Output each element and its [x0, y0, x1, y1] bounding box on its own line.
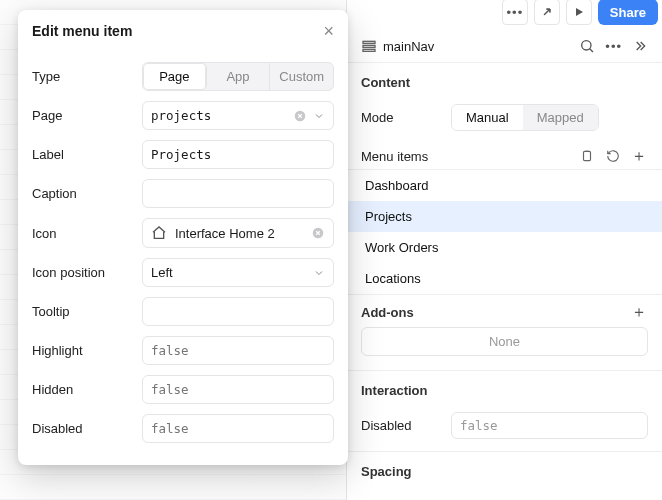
label-label: Label — [32, 147, 128, 162]
more-button[interactable]: ••• — [502, 0, 528, 25]
row-disabled: Disabled — [32, 414, 334, 443]
mode-segmented[interactable]: Manual Mapped — [451, 104, 599, 131]
page-select[interactable]: projects — [142, 101, 334, 130]
paste-icon[interactable] — [578, 147, 596, 165]
mode-option-mapped[interactable]: Mapped — [523, 105, 598, 130]
tooltip-label: Tooltip — [32, 304, 128, 319]
ellipsis-icon: ••• — [507, 5, 524, 20]
disabled-input[interactable] — [142, 414, 334, 443]
add-addon-button[interactable]: ＋ — [630, 303, 648, 321]
section-interaction-label: Interaction — [347, 377, 662, 406]
dialog-close-button[interactable]: × — [323, 22, 334, 40]
row-label: Label — [32, 140, 334, 169]
chevrons-right-icon[interactable] — [632, 38, 648, 54]
svg-point-3 — [582, 41, 591, 50]
svg-rect-4 — [584, 151, 591, 160]
chevron-down-icon[interactable] — [313, 110, 325, 122]
component-icon — [361, 38, 377, 54]
menu-items-list: Dashboard Projects Work Orders Locations — [347, 169, 662, 295]
highlight-input[interactable] — [142, 336, 334, 365]
share-button[interactable]: Share — [598, 0, 658, 25]
svg-rect-1 — [363, 45, 375, 47]
type-option-custom[interactable]: Custom — [270, 63, 333, 90]
label-input[interactable] — [142, 140, 334, 169]
addons-none-placeholder[interactable]: None — [361, 327, 648, 356]
chevron-down-icon[interactable] — [313, 267, 325, 279]
inspector-disabled-row: Disabled — [347, 406, 662, 445]
row-hidden: Hidden — [32, 375, 334, 404]
svg-rect-0 — [363, 41, 375, 43]
home-icon — [151, 225, 167, 241]
menu-items-header: Menu items ＋ — [347, 137, 662, 169]
icon-position-label: Icon position — [32, 265, 128, 280]
inspector-panel: ••• Share mainNav ••• Content Mode Manua — [346, 0, 662, 500]
mode-label: Mode — [361, 110, 441, 125]
row-icon-position: Icon position Left — [32, 258, 334, 287]
play-button[interactable] — [566, 0, 592, 25]
type-option-app[interactable]: App — [207, 63, 271, 90]
row-page: Page projects — [32, 101, 334, 130]
caption-label: Caption — [32, 186, 128, 201]
hidden-label: Hidden — [32, 382, 128, 397]
section-content-label: Content — [347, 63, 662, 98]
icon-picker-value: Interface Home 2 — [175, 226, 275, 241]
edit-menu-item-dialog: Edit menu item × Type Page App Custom Pa… — [18, 10, 348, 465]
section-spacing-label: Spacing — [347, 458, 662, 487]
type-label: Type — [32, 69, 128, 84]
icon-position-value: Left — [151, 265, 173, 280]
menu-item-locations[interactable]: Locations — [347, 263, 662, 294]
row-tooltip: Tooltip — [32, 297, 334, 326]
expand-icon — [540, 5, 554, 19]
tooltip-input[interactable] — [142, 297, 334, 326]
row-type: Type Page App Custom — [32, 62, 334, 91]
add-menu-item-button[interactable]: ＋ — [630, 147, 648, 165]
svg-rect-2 — [363, 49, 375, 51]
menu-item-dashboard[interactable]: Dashboard — [347, 170, 662, 201]
type-option-page[interactable]: Page — [143, 63, 207, 90]
hidden-input[interactable] — [142, 375, 334, 404]
clear-icon[interactable] — [293, 109, 307, 123]
page-select-value: projects — [151, 108, 211, 123]
mode-row: Mode Manual Mapped — [347, 98, 662, 137]
row-caption: Caption — [32, 179, 334, 208]
highlight-label: Highlight — [32, 343, 128, 358]
expand-button[interactable] — [534, 0, 560, 25]
reset-icon[interactable] — [604, 147, 622, 165]
inspector-disabled-label: Disabled — [361, 418, 441, 433]
mode-option-manual[interactable]: Manual — [452, 105, 523, 130]
disabled-label: Disabled — [32, 421, 128, 436]
search-icon[interactable] — [579, 38, 595, 54]
caption-input[interactable] — [142, 179, 334, 208]
type-segmented[interactable]: Page App Custom — [142, 62, 334, 91]
menu-items-label: Menu items — [361, 149, 578, 164]
inspector-header: mainNav ••• — [347, 30, 662, 63]
close-icon: × — [323, 21, 334, 41]
page-label: Page — [32, 108, 128, 123]
clear-icon — [311, 226, 325, 240]
icon-picker[interactable]: Interface Home 2 — [142, 218, 334, 248]
row-icon: Icon Interface Home 2 — [32, 218, 334, 248]
icon-position-select[interactable]: Left — [142, 258, 334, 287]
addons-label: Add-ons — [361, 305, 630, 320]
component-name: mainNav — [383, 39, 573, 54]
icon-clear-button[interactable] — [311, 226, 325, 240]
menu-item-projects[interactable]: Projects — [347, 201, 662, 232]
top-action-bar: ••• Share — [502, 0, 658, 24]
dialog-title: Edit menu item — [32, 23, 323, 39]
addons-section: Add-ons ＋ None — [347, 295, 662, 364]
inspector-disabled-input[interactable] — [451, 412, 648, 439]
row-highlight: Highlight — [32, 336, 334, 365]
header-more-icon[interactable]: ••• — [605, 39, 622, 54]
menu-item-work-orders[interactable]: Work Orders — [347, 232, 662, 263]
play-icon — [573, 6, 585, 18]
icon-label: Icon — [32, 226, 128, 241]
